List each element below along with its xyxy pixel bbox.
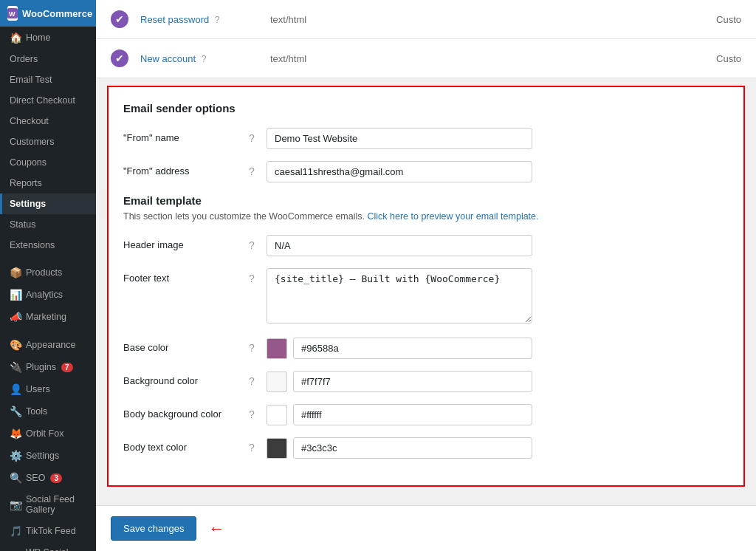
footer-bar: Save changes ← [96,505,756,551]
bg-color-control [267,371,532,392]
sidebar: W WooCommerce 🏠 Home Orders Email Test D… [0,0,96,551]
from-name-input[interactable] [267,128,532,149]
sidebar-header[interactable]: W WooCommerce [0,0,96,27]
save-changes-button[interactable]: Save changes [111,516,196,541]
sidebar-item-label: Tools [26,406,47,417]
marketing-icon: 📣 [10,311,22,323]
products-icon: 📦 [10,267,22,278]
seo-badge: 3 [50,473,62,483]
sidebar-item-tools[interactable]: 🔧 Tools [0,400,96,422]
base-color-input[interactable] [293,338,532,359]
from-address-row: "From" address ? [123,161,729,182]
users-icon: 👤 [10,383,22,395]
header-image-help-icon[interactable]: ? [249,235,267,251]
body-text-control [267,437,532,459]
sidebar-item-orbit-fox[interactable]: 🦊 Orbit Fox [0,422,96,445]
sidebar-item-label: Settings [26,451,59,461]
bg-color-label: Background color [123,371,249,386]
header-image-input[interactable] [267,235,532,256]
base-color-row: Base color ? [123,338,729,359]
sidebar-item-label: Orders [10,54,38,64]
svg-text:W: W [9,10,16,18]
body-text-label: Body text color [123,437,249,453]
sidebar-item-extensions[interactable]: Extensions [0,235,96,256]
sidebar-item-wp-social[interactable]: 💬 WP Social Chat [0,542,96,551]
sidebar-item-users[interactable]: 👤 Users [0,378,96,400]
body-bg-swatch[interactable] [267,405,287,425]
header-image-label: Header image [123,235,249,250]
sidebar-item-settings[interactable]: Settings [0,194,96,214]
sidebar-item-tiktok[interactable]: 🎵 TikTok Feed [0,520,96,542]
sidebar-item-checkout[interactable]: Checkout [0,111,96,131]
template-desc: This section lets you customize the WooC… [123,211,729,222]
sidebar-item-direct-checkout[interactable]: Direct Checkout [0,90,96,111]
sidebar-item-label: TikTok Feed [26,526,76,536]
footer-text-help-icon[interactable]: ? [249,268,267,284]
bg-color-row: Background color ? [123,371,729,392]
body-bg-input[interactable] [293,404,532,425]
sidebar-item-label: Reports [10,178,42,188]
sidebar-item-label: Appearance [26,340,75,350]
tools-icon: 🔧 [10,405,22,417]
footer-text-textarea[interactable]: {site_title} — Built with {WooCommerce} [267,268,532,324]
sidebar-item-label: Users [26,384,50,394]
reset-help-icon[interactable]: ? [215,15,220,25]
sidebar-item-analytics[interactable]: 📊 Analytics [0,284,96,306]
sidebar-item-coupons[interactable]: Coupons [0,152,96,173]
reset-password-link[interactable]: Reset password ? [140,14,258,25]
body-bg-help-icon[interactable]: ? [249,404,267,420]
plugins-icon: 🔌 [10,361,22,373]
bg-color-swatch[interactable] [267,372,287,392]
footer-text-label: Footer text [123,268,249,284]
sidebar-item-reports[interactable]: Reports [0,173,96,194]
sidebar-item-marketing[interactable]: 📣 Marketing [0,306,96,328]
sidebar-item-status[interactable]: Status [0,214,96,235]
sidebar-item-settings2[interactable]: ⚙️ Settings [0,445,96,467]
new-account-type: text/html [270,53,704,64]
base-color-help-icon[interactable]: ? [249,338,267,354]
body-text-swatch[interactable] [267,438,287,459]
body-text-row: Body text color ? [123,437,729,459]
sidebar-item-home[interactable]: 🏠 Home [0,27,96,49]
sidebar-item-seo[interactable]: 🔍 SEO 3 [0,467,96,489]
from-name-help-icon[interactable]: ? [249,128,267,144]
from-address-help-icon[interactable]: ? [249,161,267,177]
header-image-control [267,235,532,256]
sidebar-item-label: Extensions [10,240,55,250]
from-name-row: "From" name ? [123,128,729,149]
sidebar-item-orders[interactable]: Orders [0,49,96,69]
bg-color-input[interactable] [293,371,532,392]
base-color-control [267,338,532,359]
sidebar-item-products[interactable]: 📦 Products [0,261,96,284]
from-address-control [267,161,532,182]
email-sender-settings-box: Email sender options "From" name ? "From… [107,86,745,487]
sidebar-item-label: SEO [26,473,45,483]
footer-text-control: {site_title} — Built with {WooCommerce} [267,268,532,326]
sidebar-item-social-feed[interactable]: 📷 Social Feed Gallery [0,489,96,520]
from-name-control [267,128,532,149]
bg-color-help-icon[interactable]: ? [249,371,267,387]
seo-icon: 🔍 [10,472,22,484]
preview-template-link[interactable]: Click here to preview your email templat… [367,211,538,222]
body-text-help-icon[interactable]: ? [249,437,267,454]
new-account-link[interactable]: New account ? [140,53,258,64]
header-image-row: Header image ? [123,235,729,256]
sidebar-item-email-test[interactable]: Email Test [0,69,96,90]
sidebar-item-label: Direct Checkout [10,95,75,106]
sidebar-item-customers[interactable]: Customers [0,131,96,152]
sidebar-item-plugins[interactable]: 🔌 Plugins 7 [0,356,96,378]
from-address-label: "From" address [123,161,249,177]
body-text-input[interactable] [293,437,532,459]
sidebar-item-appearance[interactable]: 🎨 Appearance [0,334,96,356]
template-section-title: Email template [123,194,729,207]
email-row-new-account: ✔ New account ? text/html Custo [96,39,756,78]
sidebar-item-label: Checkout [10,116,49,126]
reset-password-check: ✔ [111,10,128,28]
sidebar-item-label: WP Social Chat [26,547,89,551]
base-color-swatch[interactable] [267,338,287,359]
sidebar-item-label: Plugins [26,362,56,372]
body-bg-row: Body background color ? [123,404,729,425]
tiktok-icon: 🎵 [10,525,22,537]
new-account-help-icon[interactable]: ? [202,54,207,64]
from-address-input[interactable] [267,161,532,182]
